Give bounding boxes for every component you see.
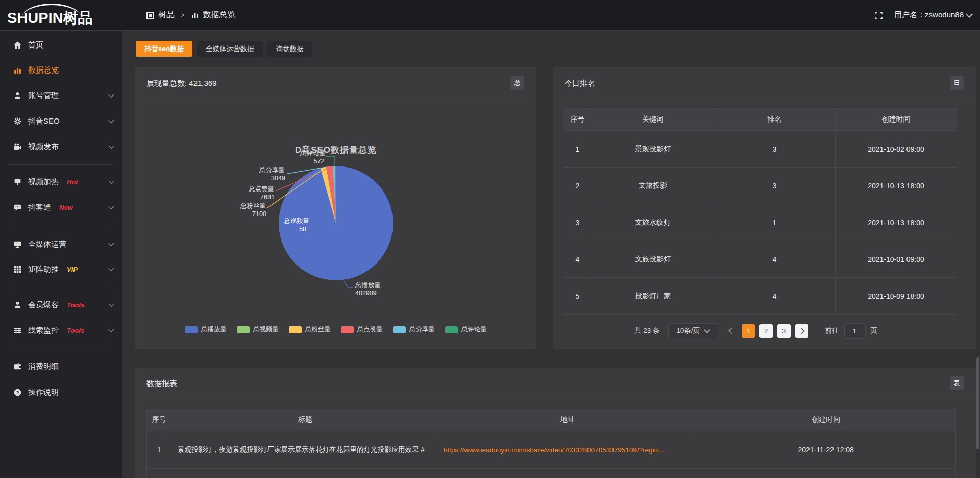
cell-time: 2021-10-09 18:00 [836, 278, 957, 315]
pie-value-fans: 7100 [252, 210, 266, 218]
chevron-down-icon [108, 241, 114, 246]
logo-text: SHUPIN树品 [7, 8, 93, 29]
report-panel-header: 数据报表 表 [135, 368, 976, 400]
vertical-scrollbar[interactable] [976, 357, 979, 449]
sidebar-item-member-burst[interactable]: 会员爆客 Tools [0, 294, 122, 316]
legend-label: 总分享量 [409, 325, 435, 334]
video-link[interactable]: https://www.iesdouyin.com/share/video/70… [444, 446, 665, 454]
cell-time: 2021-10-02 09:00 [836, 131, 957, 168]
pie-value-playcount: 402909 [355, 290, 377, 297]
legend-swatch [237, 326, 250, 333]
cell-no: 3 [564, 204, 592, 241]
sidebar-item-help[interactable]: ? 操作说明 [0, 381, 122, 403]
report-table: 序号 标题 地址 创建时间 1 景观投影灯，夜游景观投影灯厂家展示展示落花灯在花… [146, 409, 956, 478]
pie-chart[interactable]: 总评论量 572 总分享量 3049 总点赞量 7681 总粉丝量 7100 总… [135, 100, 536, 320]
pie-label-comments: 总评论量 [300, 150, 326, 157]
sidebar-item-lead-monitor[interactable]: 线索监控 Tools [0, 319, 122, 342]
tab-all-media[interactable]: 全媒体运营数据 [197, 41, 263, 57]
bar-chart-icon [13, 66, 22, 75]
panel-divider [135, 400, 976, 400]
legend-label: 总点赞量 [357, 325, 383, 334]
breadcrumb: 树品 > 数据总览 [146, 0, 236, 30]
fullscreen-icon[interactable] [875, 11, 883, 19]
next-page-button[interactable] [795, 324, 808, 338]
tab-douyin-seo[interactable]: 抖音seo数据 [136, 41, 192, 57]
page-button-3[interactable]: 3 [777, 324, 791, 338]
breadcrumb-root-icon [146, 11, 154, 19]
sidebar-item-video-heat[interactable]: 视频加热 Hot [0, 171, 122, 193]
legend-label: 总视频量 [253, 325, 279, 334]
billboard-icon [13, 178, 22, 186]
sidebar-item-account[interactable]: 账号管理 [0, 84, 122, 107]
sidebar-item-douyin-seo[interactable]: 抖音SEO [0, 110, 122, 132]
ranking-panel-header: 今日排名 日 [553, 67, 976, 100]
home-icon [13, 41, 22, 50]
page-button-2[interactable]: 2 [760, 324, 773, 338]
sidebar-item-matrix-boost[interactable]: 矩阵助推 VIP [0, 258, 122, 280]
chevron-down-icon [108, 327, 114, 332]
pie-value-likes: 7681 [260, 194, 275, 201]
legend-label: 总播放量 [201, 325, 227, 334]
page-unit-label: 页 [871, 326, 878, 336]
username-label: 用户名：zswodun88 [894, 10, 964, 20]
table-row: 3 文旅水纹灯 1 2021-10-13 18:00 [564, 204, 957, 241]
data-report-panel: 数据报表 表 序号 标题 地址 创建时间 1 景观投影灯，夜游景观投影灯厂家展示… [135, 368, 976, 478]
table-row [147, 469, 956, 478]
grid-icon [13, 265, 22, 274]
total-toggle-button[interactable]: 总 [510, 76, 524, 90]
page-size-select[interactable]: 10条/页 [668, 323, 718, 339]
legend-label: 总评论量 [461, 325, 487, 334]
legend-item-shares[interactable]: 总分享量 [393, 325, 435, 334]
legend-swatch [341, 326, 354, 333]
sliders-icon [13, 326, 22, 335]
pie-label-videos: 总视频量 [283, 217, 309, 224]
table-row: 1 景观投影灯 3 2021-10-02 09:00 [564, 131, 957, 168]
legend-item-likes[interactable]: 总点赞量 [341, 325, 383, 334]
col-header-url: 地址 [439, 409, 696, 431]
chevron-down-icon [966, 10, 973, 17]
sidebar-item-douketong[interactable]: 抖客通 New [0, 196, 122, 219]
chevron-down-icon [108, 117, 114, 123]
sidebar-item-label: 抖音SEO [28, 116, 60, 126]
cell-time: 2021-10-01 09:00 [836, 241, 957, 278]
col-header-time: 创建时间 [836, 109, 957, 131]
goto-page-input[interactable] [844, 323, 866, 339]
sidebar-item-data-overview[interactable]: 数据总览 [0, 59, 122, 81]
breadcrumb-current: 数据总览 [203, 10, 236, 20]
prev-page-button[interactable] [728, 327, 735, 334]
day-toggle-button[interactable]: 日 [950, 76, 964, 90]
tab-inquiry[interactable]: 询盘数据 [267, 41, 312, 57]
sidebar-divider [9, 224, 113, 224]
legend-swatch [185, 326, 198, 333]
page-button-1[interactable]: 1 [742, 324, 755, 338]
legend-item-comments[interactable]: 总评论量 [445, 325, 487, 334]
sidebar-item-label: 视频发布 [28, 142, 59, 152]
sidebar-item-all-media[interactable]: 全媒体运营 [0, 233, 122, 255]
sidebar-item-label: 矩阵助推 [28, 265, 59, 274]
chevron-down-icon [704, 327, 710, 333]
legend-item-playcount[interactable]: 总播放量 [185, 325, 227, 334]
sidebar-item-home[interactable]: 首页 [0, 34, 122, 56]
legend-item-fans[interactable]: 总粉丝量 [289, 325, 331, 334]
sidebar-item-label: 全媒体运营 [28, 240, 66, 249]
table-toggle-button[interactable]: 表 [950, 376, 964, 390]
impressions-panel-header: 展现量总数: 421,369 总 [135, 67, 536, 100]
table-row: 2 文旅投影 3 2021-10-13 18:00 [564, 168, 957, 204]
legend-swatch [393, 326, 406, 333]
legend-item-videos[interactable]: 总视频量 [237, 325, 279, 334]
sidebar-item-consumption[interactable]: 消费明细 [0, 355, 122, 377]
chat-icon [13, 203, 22, 212]
sidebar-item-label: 会员爆客 [28, 300, 59, 310]
sidebar-divider [9, 346, 113, 346]
report-panel-title: 数据报表 [146, 379, 177, 389]
pagination-total: 共 23 条 [634, 326, 660, 336]
username-menu[interactable]: 用户名：zswodun88 [894, 10, 972, 20]
breadcrumb-root[interactable]: 树品 [158, 10, 175, 20]
col-header-no: 序号 [564, 109, 592, 131]
cell-keyword: 文旅投影灯 [592, 241, 714, 278]
table-row: 1 景观投影灯，夜游景观投影灯厂家展示展示落花灯在花园里的灯光投影应用效果 # … [147, 431, 956, 469]
legend-label: 总粉丝量 [305, 325, 331, 334]
chevron-down-icon [108, 178, 114, 184]
app-logo[interactable]: SHUPIN树品 [7, 3, 119, 28]
sidebar-item-video-publish[interactable]: 视频发布 [0, 135, 122, 158]
